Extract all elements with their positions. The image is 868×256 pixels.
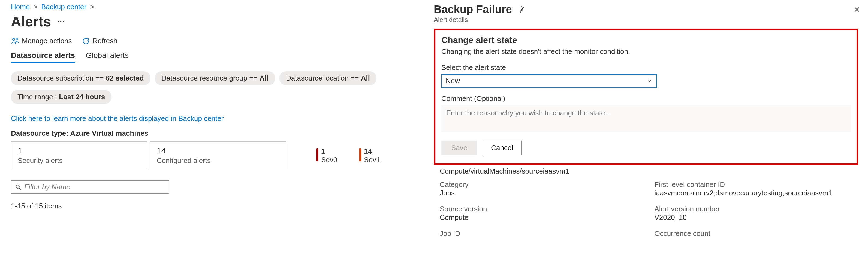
close-icon[interactable]: ✕ <box>854 5 860 14</box>
sev0-bar-icon <box>316 148 318 161</box>
configured-alerts-count: 14 <box>157 146 279 155</box>
panel-title: Backup Failure <box>434 3 512 15</box>
filter-pills: Datasource subscription == 62 selected D… <box>11 71 413 85</box>
change-alert-state-desc: Changing the alert state doesn't affect … <box>441 47 850 56</box>
filter-location[interactable]: Datasource location == All <box>279 71 376 85</box>
refresh-icon <box>82 37 90 45</box>
refresh-label: Refresh <box>93 37 118 45</box>
alert-details-panel: Backup Failure Alert details ✕ Change al… <box>424 0 868 256</box>
tab-datasource-alerts[interactable]: Datasource alerts <box>11 51 75 63</box>
security-alerts-label: Security alerts <box>18 156 141 165</box>
manage-actions-button[interactable]: Manage actions <box>11 37 72 45</box>
severity-summary: 1 Sev0 14 Sev1 <box>316 147 380 164</box>
more-menu-icon[interactable]: ··· <box>57 17 65 26</box>
alert-tabs: Datasource alerts Global alerts <box>11 51 413 63</box>
summary-cards: 1 Security alerts 14 Configured alerts 1… <box>11 142 413 170</box>
source-version-value: Compute <box>440 213 644 222</box>
svg-point-0 <box>12 38 15 40</box>
chevron-down-icon <box>646 78 652 84</box>
filter-subscription[interactable]: Datasource subscription == 62 selected <box>11 71 151 85</box>
job-id-label: Job ID <box>440 229 644 238</box>
panel-body: Change alert state Changing the alert st… <box>424 29 868 256</box>
filter-resource-group[interactable]: Datasource resource group == All <box>155 71 275 85</box>
alert-version-label: Alert version number <box>655 205 859 213</box>
change-alert-state-box: Change alert state Changing the alert st… <box>434 29 858 165</box>
svg-point-2 <box>16 185 19 188</box>
panel-subtitle: Alert details <box>434 16 858 24</box>
alerts-main: Home > Backup center > Alerts ··· Manage… <box>0 0 424 256</box>
learn-more-link[interactable]: Click here to learn more about the alert… <box>11 114 223 123</box>
search-icon <box>15 184 22 190</box>
category-value: Jobs <box>440 189 644 197</box>
breadcrumb-backup-center[interactable]: Backup center <box>41 3 86 11</box>
refresh-button[interactable]: Refresh <box>82 37 118 45</box>
detail-grid: Category Jobs First level container ID i… <box>434 180 858 238</box>
sev1-label: Sev1 <box>364 156 380 164</box>
category-label: Category <box>440 180 644 189</box>
tab-global-alerts[interactable]: Global alerts <box>86 51 129 63</box>
filter-by-name[interactable] <box>11 180 169 194</box>
security-alerts-count: 1 <box>18 146 141 155</box>
manage-actions-label: Manage actions <box>22 37 72 45</box>
page-title: Alerts <box>11 13 51 30</box>
first-level-label: First level container ID <box>655 180 859 189</box>
breadcrumb: Home > Backup center > <box>11 3 413 11</box>
source-version-label: Source version <box>440 205 644 213</box>
change-alert-state-heading: Change alert state <box>441 35 850 45</box>
item-count: 1-15 of 15 items <box>11 202 413 210</box>
toolbar: Manage actions Refresh <box>11 37 413 45</box>
page-title-row: Alerts ··· <box>11 13 413 30</box>
sev1-bar-icon <box>359 148 361 161</box>
resource-path: Compute/virtualMachines/sourceiaasvm1 <box>440 167 858 176</box>
configured-alerts-label: Configured alerts <box>157 156 279 165</box>
cancel-button[interactable]: Cancel <box>483 141 522 155</box>
alert-state-select[interactable]: New <box>441 74 657 88</box>
sev1[interactable]: 14 Sev1 <box>359 147 380 164</box>
save-button[interactable]: Save <box>441 141 477 155</box>
security-alerts-card[interactable]: 1 Security alerts <box>11 142 147 170</box>
sev0-count: 1 <box>321 147 337 156</box>
sev0[interactable]: 1 Sev0 <box>316 147 337 164</box>
filter-name-input[interactable] <box>24 183 165 191</box>
datasource-type-heading: Datasource type: Azure Virtual machines <box>11 129 413 138</box>
alert-state-value: New <box>446 77 460 85</box>
comment-label: Comment (Optional) <box>441 95 850 103</box>
filter-pills-row2: Time range : Last 24 hours <box>11 90 413 104</box>
configured-alerts-card[interactable]: 14 Configured alerts <box>150 142 286 170</box>
alert-version-value: V2020_10 <box>655 213 859 222</box>
filter-time-range[interactable]: Time range : Last 24 hours <box>11 90 112 104</box>
svg-point-1 <box>16 38 18 40</box>
alert-state-select-label: Select the alert state <box>441 63 850 72</box>
comment-textarea[interactable] <box>441 105 850 132</box>
occurrence-count-label: Occurrence count <box>655 229 859 238</box>
sev0-label: Sev0 <box>321 156 337 164</box>
form-buttons: Save Cancel <box>441 141 850 155</box>
pin-icon[interactable] <box>518 6 525 13</box>
panel-header: Backup Failure Alert details ✕ <box>424 0 868 29</box>
manage-actions-icon <box>11 37 19 45</box>
svg-line-3 <box>19 188 21 190</box>
breadcrumb-home[interactable]: Home <box>11 3 30 11</box>
first-level-value: iaasvmcontainerv2;dsmovecanarytesting;so… <box>655 189 859 197</box>
sev1-count: 14 <box>364 147 380 156</box>
